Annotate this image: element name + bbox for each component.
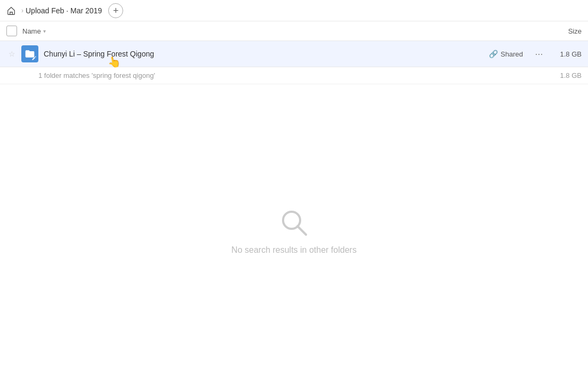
add-button[interactable]: + [108,3,123,18]
match-size: 1.8 GB [560,71,582,79]
file-size: 1.8 GB [555,50,582,58]
shared-label: Shared [501,50,523,58]
shared-badge: 🔗 Shared [489,50,523,58]
name-column-header[interactable]: Name ▾ [22,27,46,35]
more-options-button[interactable]: ··· [531,46,546,61]
match-count-text: 1 folder matches 'spring forest qigong' [38,71,560,79]
svg-line-1 [297,226,306,235]
size-column-header: Size [568,27,582,35]
link-icon: 🔗 [489,50,498,58]
file-row[interactable]: ☆ Chunyi Li – Spring Forest Qigong 🔗 Sha… [0,41,588,67]
select-all-checkbox[interactable] [6,26,17,36]
no-results-text: No search results in other folders [231,245,357,255]
folder-icon [21,45,38,62]
empty-state: No search results in other folders [0,84,588,378]
breadcrumb-title: Upload Feb · Mar 2019 [26,6,102,15]
column-header-row: Name ▾ Size [0,21,588,41]
topbar: › Upload Feb · Mar 2019 + [0,0,588,21]
match-summary-row: 1 folder matches 'spring forest qigong' … [0,67,588,84]
file-name-label: Chunyi Li – Spring Forest Qigong [44,50,489,58]
sort-arrow-icon: ▾ [43,28,46,34]
home-button[interactable] [6,6,16,15]
breadcrumb-separator: › [21,7,23,14]
no-results-search-icon [278,207,310,239]
star-icon[interactable]: ☆ [6,49,17,59]
